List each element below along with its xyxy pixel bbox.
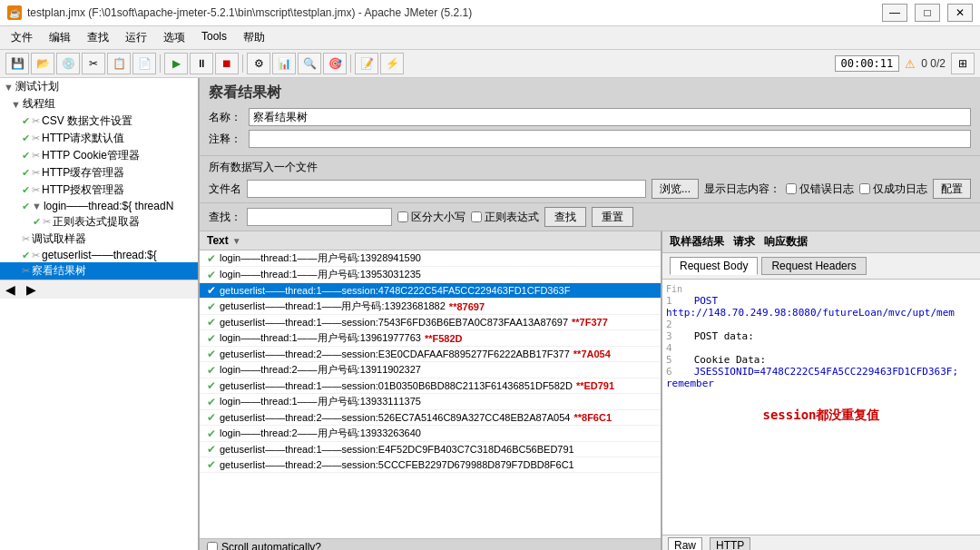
log-header-text: Text	[207, 234, 229, 247]
separator-3	[350, 54, 351, 73]
success-log-checkbox[interactable]	[859, 183, 870, 194]
check-icon: ✔	[22, 115, 30, 127]
filename-label: 文件名	[209, 182, 241, 197]
result-tab-request[interactable]: 请求	[733, 234, 755, 250]
maximize-button[interactable]: □	[915, 4, 940, 22]
tree-item-result-tree[interactable]: ✂ 察看结果树	[0, 262, 198, 280]
tree-item-testplan[interactable]: ▼ 测试计划	[0, 78, 198, 95]
line-num: 3	[666, 330, 681, 342]
tree-item-http-defaults[interactable]: ✔ ✂ HTTP请求默认值	[0, 130, 198, 147]
menu-item-帮助[interactable]: 帮助	[236, 28, 272, 47]
log-row[interactable]: ✔ getuserlist——thread:1——session:E4F52DC…	[200, 442, 661, 457]
log-row[interactable]: ✔ getuserlist——thread:1——session:01B0350…	[200, 378, 661, 394]
write-to-file-label: 所有数据写入一个文件	[209, 160, 971, 175]
check-icon: ✔	[22, 184, 30, 196]
tree-item-auth-manager[interactable]: ✔ ✂ HTTP授权管理器	[0, 182, 198, 199]
tree-item-cookie-manager[interactable]: ✔ ✂ HTTP Cookie管理器	[0, 147, 198, 164]
nav-next-button[interactable]: ▶	[23, 282, 40, 297]
copy-button[interactable]: 📋	[107, 53, 131, 74]
stop-button[interactable]: ⏹	[215, 53, 239, 74]
http-tab[interactable]: HTTP	[710, 537, 750, 550]
settings-button[interactable]: ⚙	[247, 53, 270, 74]
filename-input[interactable]	[247, 180, 646, 198]
result-panel: 取样器结果 请求 响应数据 Request Body Request Heade…	[662, 231, 980, 550]
result-tab-response[interactable]: 响应数据	[764, 234, 808, 250]
new-button[interactable]: 💾	[5, 53, 29, 74]
lightning-button[interactable]: ⚡	[380, 53, 404, 74]
log-row[interactable]: ✔ login——thread:1——用户号码:13933111375	[200, 394, 661, 410]
menu-item-Tools[interactable]: Tools	[194, 28, 234, 47]
log-row[interactable]: ✔ login——thread:1——用户号码:13961977763 **F5…	[200, 330, 661, 347]
session-id-value: JSESSIONID=4748C222C54FA5CC229463FD1CFD3…	[666, 366, 958, 389]
menu-item-运行[interactable]: 运行	[118, 28, 154, 47]
pause-button[interactable]: ⏸	[190, 53, 213, 74]
close-button[interactable]: ✕	[947, 4, 973, 22]
search-button[interactable]: 🔍	[298, 53, 321, 74]
log-row[interactable]: ✔ getuserlist——thread:2——session:E3E0CDA…	[200, 347, 661, 362]
sort-arrow-icon: ▼	[232, 236, 241, 246]
error-log-checkbox[interactable]	[786, 183, 797, 194]
log-row[interactable]: ✔ login——thread:1——用户号码:13953031235	[200, 267, 661, 283]
scissors-icon: ✂	[32, 167, 40, 179]
log-row[interactable]: ✔ getuserlist——thread:2——session:5CCCFEB…	[200, 457, 661, 473]
success-log-label: 仅成功日志	[873, 182, 927, 197]
tree-item-regex-extractor[interactable]: ✔ ✂ 正则表达式提取器	[0, 213, 198, 231]
tree-item-csv[interactable]: ✔ ✂ CSV 数据文件设置	[0, 113, 198, 130]
log-row-selected[interactable]: ✔ getuserlist——thread:1——session:4748C22…	[200, 283, 661, 299]
log-row[interactable]: ✔ getuserlist——thread:1——用户号码:1392368188…	[200, 299, 661, 315]
log-row[interactable]: ✔ login——thread:2——用户号码:13911902327	[200, 362, 661, 378]
log-row[interactable]: ✔ login——thread:2——用户号码:13933263640	[200, 426, 661, 442]
request-headers-tab[interactable]: Request Headers	[761, 257, 866, 275]
tree-item-cache-manager[interactable]: ✔ ✂ HTTP缓存管理器	[0, 164, 198, 182]
menu-item-编辑[interactable]: 编辑	[42, 28, 78, 47]
name-label: 名称：	[209, 110, 241, 125]
scroll-auto-checkbox[interactable]	[207, 542, 218, 550]
check-icon: ✔	[207, 252, 216, 265]
log-button[interactable]: 📝	[355, 53, 378, 74]
target-button[interactable]: 🎯	[323, 53, 347, 74]
scissors-icon: ✂	[22, 265, 30, 277]
comment-input[interactable]	[249, 130, 971, 148]
fin-indicator: Fin	[666, 284, 682, 294]
expand-button[interactable]: ⊞	[951, 53, 975, 74]
search-button[interactable]: 查找	[544, 207, 586, 227]
config-button[interactable]: 配置	[933, 179, 971, 199]
log-row[interactable]: ✔ getuserlist——thread:1——session:7543F6F…	[200, 315, 661, 330]
scissors-icon: ✂	[32, 115, 40, 127]
result-tab-sampler[interactable]: 取样器结果	[670, 234, 724, 250]
reset-button[interactable]: 重置	[592, 207, 633, 227]
request-body-tab[interactable]: Request Body	[670, 257, 758, 275]
paste-button[interactable]: 📄	[132, 53, 156, 74]
search-input[interactable]	[247, 208, 392, 226]
tree-item-debug-sampler[interactable]: ✂ 调试取样器	[0, 231, 198, 248]
tree-item-threadgroup[interactable]: ▼ 线程组	[0, 95, 198, 113]
menu-item-文件[interactable]: 文件	[4, 28, 40, 47]
timer-display: 00:00:11	[835, 55, 900, 72]
cut-button[interactable]: ✂	[82, 53, 105, 74]
tree-label: HTTP请求默认值	[42, 131, 124, 146]
check-icon: ✔	[207, 458, 216, 471]
save-button[interactable]: 💿	[56, 53, 80, 74]
chart-button[interactable]: 📊	[272, 53, 296, 74]
raw-tab[interactable]: Raw	[668, 537, 702, 550]
scroll-auto-label: Scroll automatically?	[207, 541, 321, 550]
browse-button[interactable]: 浏览...	[652, 179, 699, 199]
nav-prev-button[interactable]: ◀	[2, 282, 19, 297]
log-row[interactable]: ✔ login——thread:1——用户号码:13928941590	[200, 250, 661, 267]
tree-item-login-thread[interactable]: ✔ ▼ login——thread:${ threadN	[0, 199, 198, 213]
run-button[interactable]: ▶	[164, 53, 188, 74]
minimize-button[interactable]: —	[882, 4, 907, 22]
toolbar: 💾 📂 💿 ✂ 📋 📄 ▶ ⏸ ⏹ ⚙ 📊 🔍 🎯 📝 ⚡ 00:00:11 ⚠…	[0, 50, 980, 78]
open-button[interactable]: 📂	[31, 53, 54, 74]
regex-checkbox[interactable]	[471, 211, 482, 222]
menu-item-查找[interactable]: 查找	[80, 28, 116, 47]
check-icon: ✔	[207, 427, 216, 440]
bottom-bar: Scroll automatically?	[200, 538, 661, 550]
log-row[interactable]: ✔ getuserlist——thread:2——session:526EC7A…	[200, 410, 661, 426]
log-text: getuserlist——thread:1——用户号码:13923681882	[220, 300, 446, 313]
tree-item-getuserlist[interactable]: ✔ ✂ getuserlist——thread:${	[0, 248, 198, 262]
log-scroll[interactable]: ✔ login——thread:1——用户号码:13928941590 ✔ lo…	[200, 250, 661, 538]
case-sensitive-checkbox[interactable]	[397, 211, 408, 222]
menu-item-选项[interactable]: 选项	[156, 28, 192, 47]
name-input[interactable]	[249, 108, 971, 126]
